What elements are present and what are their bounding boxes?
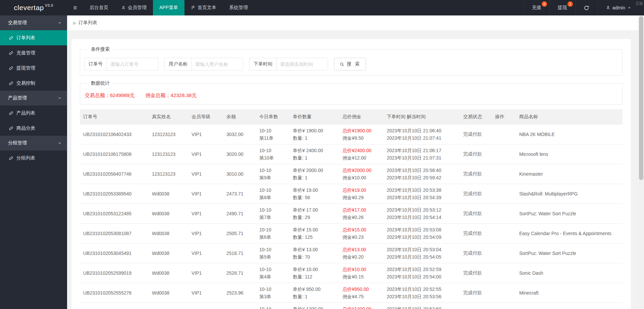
cell-real-name: Wd0038	[149, 303, 188, 309]
order-no-input[interactable]	[107, 58, 158, 70]
nav-item-system[interactable]: 系统管理	[223, 0, 254, 15]
cell-times: 2023年10月10日 20:53:382023年10月10日 20:54:39	[383, 184, 460, 204]
brand-logo: clevertapV3.0	[0, 0, 67, 15]
cell-product: Easy Calendar Pro - Events & Appointment…	[516, 224, 623, 244]
cell-price-quantity: 单价¥ 2000.00数量: 1	[289, 164, 339, 184]
cell-total-commission: 总价¥15.00佣金¥0.23	[339, 224, 383, 244]
order-time-input[interactable]	[277, 58, 328, 70]
column-header: 余额	[223, 109, 256, 125]
column-header: 总价佣金	[339, 109, 383, 125]
username-input[interactable]	[192, 58, 243, 70]
column-header: 交易状态	[460, 109, 492, 125]
cell-status: 完成付款	[460, 204, 492, 224]
cell-price-quantity: 单价¥ 10.00数量: 112	[289, 263, 339, 283]
column-header: 订单号	[80, 109, 149, 125]
commission-total-label: 佣金总额：	[146, 92, 171, 98]
sidebar-item-product-list[interactable]: 产品列表	[0, 105, 67, 121]
cell-today-orders: 10-10第3单	[256, 283, 289, 303]
nav-item-home-text[interactable]: 首页文本	[184, 0, 223, 15]
cell-balance: 2523.96	[223, 283, 256, 303]
cell-real-name: Wd0038	[149, 244, 188, 263]
sidebar-item-trade-control[interactable]: 交易控制	[0, 76, 67, 91]
menu-group-product[interactable]: 产品管理	[0, 91, 67, 105]
cell-action	[492, 204, 516, 224]
sidebar-item-group-list[interactable]: 分组列表	[0, 150, 67, 166]
sidebar-item-product-category[interactable]: 商品分类	[0, 121, 67, 136]
cell-real-name: Wd0038	[149, 204, 188, 224]
brand-version: V3.0	[45, 3, 53, 7]
chevron-down-icon	[58, 141, 62, 145]
nav-item-dashboard[interactable]: 后台首页	[83, 0, 115, 15]
cell-total-commission: 总价¥1900.00佣金¥9.50	[339, 125, 383, 144]
cell-action	[492, 283, 516, 303]
cell-status: 完成付款	[460, 263, 492, 283]
cell-total-commission: 总价¥2000.00佣金¥10.00	[339, 164, 383, 184]
cell-balance: 3010.00	[223, 164, 256, 184]
sidebar-toggle-button[interactable]	[67, 0, 83, 15]
cell-total-commission: 总价¥19.00佣金¥0.29	[339, 184, 383, 204]
username: admin	[612, 5, 625, 10]
table-row: UB2310102106175808 123123123 VIP1 3020.0…	[80, 144, 623, 164]
cell-status: 完成付款	[460, 144, 492, 164]
cell-order-no: UB2310102106175808	[80, 144, 149, 164]
sidebar-item-recharge-mgmt[interactable]: 充值管理	[0, 45, 67, 60]
search-button[interactable]: 搜 索	[334, 58, 366, 71]
cell-price-quantity: 单价¥ 950.00数量: 1	[289, 283, 339, 303]
top-menu: 后台首页 会员管理 APP菜单 首页文本 系统管理	[67, 0, 254, 15]
cell-status: 完成付款	[460, 164, 492, 184]
withdraw-button[interactable]: 提现 1	[549, 0, 575, 15]
cell-action	[492, 263, 516, 283]
trade-total-value: 6249989元	[110, 92, 135, 98]
link-icon	[9, 126, 13, 131]
cell-price-quantity: 单价¥ 2400.00数量: 1	[289, 144, 339, 164]
scrollbar-track[interactable]	[638, 15, 644, 309]
cell-today-orders: 10-10第9单	[256, 164, 289, 184]
cell-action	[492, 224, 516, 244]
cell-vip-level: VIP1	[188, 184, 223, 204]
cell-price-quantity: 单价¥ 19.00数量: 58	[289, 184, 339, 204]
column-header: 商品名称	[516, 109, 623, 125]
refresh-button[interactable]	[575, 0, 597, 15]
cell-total-commission: 总价¥13.00佣金¥0.20	[339, 244, 383, 263]
cell-price-quantity: 单价¥ 1200.00数量: 1	[289, 303, 339, 309]
recharge-button[interactable]: 充值 0	[524, 0, 549, 15]
table-row: UB2310102053389540 Wd0038 VIP1 2473.71 1…	[80, 184, 623, 204]
refresh-icon	[584, 5, 589, 11]
cell-today-orders: 10-10第6单	[256, 224, 289, 244]
cell-today-orders: 10-10第7单	[256, 204, 289, 224]
column-header: 真实姓名	[149, 109, 188, 125]
cell-balance: 3020.00	[223, 144, 256, 164]
cell-vip-level: VIP1	[188, 144, 223, 164]
nav-item-app-menu[interactable]: APP菜单	[153, 0, 184, 15]
cell-real-name: Wd0038	[149, 184, 188, 204]
menu-group-trade[interactable]: 交易管理	[0, 15, 67, 30]
table-row: UB2310102106402433 123123123 VIP1 3032.0…	[80, 125, 623, 144]
user-icon	[121, 5, 126, 10]
cell-times: 2023年10月10日 20:53:082023年10月10日 20:54:09	[383, 224, 460, 244]
nav-item-members[interactable]: 会员管理	[115, 0, 153, 15]
cell-product: SortPuz: Water Sort Puzzle	[516, 204, 623, 224]
cell-status: 完成付款	[460, 125, 492, 144]
scrollbar-thumb[interactable]	[639, 16, 643, 180]
cell-balance: 3032.00	[223, 125, 256, 144]
sidebar-item-withdraw-mgmt[interactable]: 提现管理	[0, 60, 67, 76]
chevron-down-icon	[58, 96, 62, 100]
cell-action	[492, 125, 516, 144]
table-row: UB2310102052506800 Wd0038 VIP1 2517.96 1…	[80, 303, 623, 309]
table-row: UB2310102058407746 123123123 VIP1 3010.0…	[80, 164, 623, 184]
cell-times: 2023年10月10日 20:52:592023年10月10日 20:54:00	[383, 263, 460, 283]
cell-real-name: 123123123	[149, 144, 188, 164]
cell-vip-level: VIP1	[188, 244, 223, 263]
cell-order-no: UB2310102058407746	[80, 164, 149, 184]
sidebar-item-order-list[interactable]: 订单列表	[0, 30, 67, 45]
link-icon	[9, 36, 13, 40]
menu-group-grouping[interactable]: 分组管理	[0, 136, 67, 150]
stats-fieldset: 数据统计 交易总额：6249989元 佣金总额：42328.38元	[80, 80, 623, 104]
user-menu[interactable]: admin	[597, 0, 639, 15]
cell-product: Kinemaster	[516, 164, 623, 184]
cell-today-orders: 10-10第4单	[256, 263, 289, 283]
search-icon	[339, 62, 344, 67]
column-header: 今日单数	[256, 109, 289, 125]
sidebar: 交易管理 订单列表 充值管理 提现管理 交易控制 产品管理 产品列表	[0, 15, 67, 309]
cell-price-quantity: 单价¥ 17.00数量: 29	[289, 204, 339, 224]
